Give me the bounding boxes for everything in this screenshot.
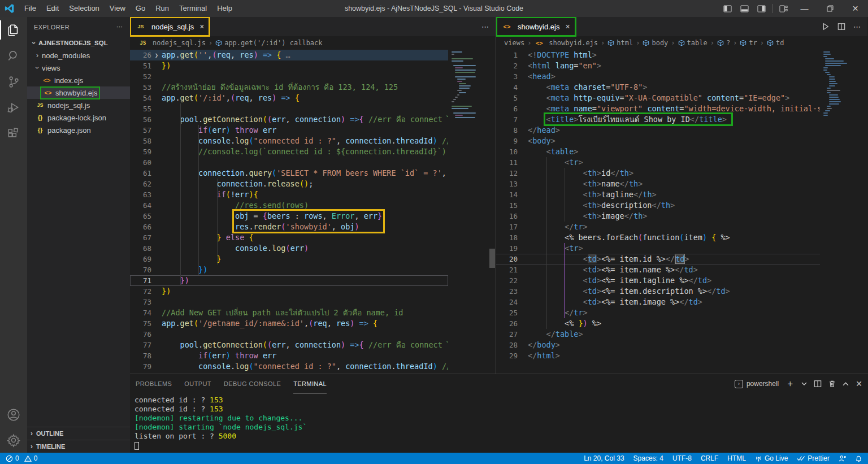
menu-edit[interactable]: Edit (41, 0, 64, 17)
code-line-4[interactable]: 4 <meta charset="UTF-8"> (496, 82, 820, 93)
encoding-item[interactable]: UTF-8 (672, 454, 692, 462)
code-line-26[interactable]: 26 <% }) %> (496, 318, 820, 329)
breadcrumb-item[interactable]: app.get('/:id') callback (215, 39, 322, 47)
code-line-59[interactable]: 59 //console.log(`connected id : ${conne… (130, 146, 448, 157)
minimap-right[interactable] (820, 50, 861, 374)
breadcrumb-left[interactable]: JSnodejs_sql.js›app.get('/:id') callback (130, 36, 496, 50)
editor-more-actions-icon[interactable]: ⋯ (481, 23, 489, 31)
menu-view[interactable]: View (105, 0, 131, 17)
errors-warnings-item[interactable]: 0 0 (6, 454, 37, 462)
explorer-more-icon[interactable]: ⋯ (116, 23, 123, 31)
minimize-button[interactable]: — (792, 0, 817, 17)
panel-tab-debug-console[interactable]: DEBUG CONSOLE (224, 374, 281, 393)
editor-more-actions-icon[interactable]: ⋯ (853, 23, 861, 31)
source-control-icon[interactable] (0, 69, 27, 95)
split-editor-icon[interactable] (837, 23, 845, 31)
code-line-16[interactable]: 16 <th>image</th> (496, 211, 820, 222)
menu-help[interactable]: Help (212, 0, 237, 17)
code-line-51[interactable]: 51}) (130, 60, 448, 71)
code-line-29[interactable]: 29</html> (496, 350, 820, 361)
toggle-secondary-sidebar-icon[interactable] (753, 0, 770, 17)
breadcrumb-right[interactable]: views›<>showbyid.ejs›html›body›table›?›t… (496, 36, 867, 50)
code-line-75[interactable]: 75app.get('/getname_id/:name&:id',(req, … (130, 318, 448, 329)
code-line-73[interactable]: 73 (130, 297, 448, 307)
sidebar-item-index-ejs[interactable]: <>index.ejs (27, 74, 130, 86)
code-line-67[interactable]: 67 } else { (130, 232, 448, 243)
code-line-60[interactable]: 60 (130, 157, 448, 168)
code-line-8[interactable]: 8</head> (496, 125, 820, 136)
customize-layout-icon[interactable] (775, 0, 792, 17)
new-terminal-icon[interactable]: ＋ (785, 378, 795, 390)
code-line-15[interactable]: 15 <th>description</th> (496, 200, 820, 211)
code-line-68[interactable]: 68 console.log(err) (130, 243, 448, 254)
tab-nodejs-sql-js[interactable]: JS nodejs_sql.js × (130, 17, 210, 36)
menu-terminal[interactable]: Terminal (174, 0, 212, 17)
extensions-icon[interactable] (0, 121, 27, 147)
code-line-17[interactable]: 17 </tr> (496, 222, 820, 232)
terminal-output[interactable]: connected id : ? 153connected id : ? 153… (130, 393, 868, 453)
sidebar-item-showbyid-ejs[interactable]: <>showbyid.ejs (27, 86, 130, 99)
code-line-61[interactable]: 61 connection.query('SELECT * FROM beers… (130, 168, 448, 179)
code-line-3[interactable]: 3<head> (496, 71, 820, 82)
code-line-11[interactable]: 11 <tr> (496, 157, 820, 168)
code-line-64[interactable]: 64 //res.send(rows) (130, 200, 448, 211)
code-line-6[interactable]: 6 <meta name="viewport" content="width=d… (496, 103, 820, 114)
code-line-71[interactable]: 71 }) (130, 275, 448, 286)
code-line-62[interactable]: 62 connection.release(); (130, 179, 448, 189)
breadcrumb-item[interactable]: JSnodejs_sql.js (138, 39, 206, 47)
code-line-72[interactable]: 72}) (130, 286, 448, 297)
fold-chevron-icon[interactable]: ❯ (151, 50, 162, 60)
breadcrumb-item[interactable]: html (607, 39, 633, 47)
code-line-74[interactable]: 74//Add New GET เปลี่ยน path และใส่ตัวแป… (130, 307, 448, 318)
close-panel-icon[interactable]: ✕ (856, 379, 862, 388)
code-line-76[interactable]: 76 (130, 329, 448, 340)
menu-go[interactable]: Go (131, 0, 150, 17)
code-line-65[interactable]: 65 obj = {beers : rows, Error, err} (130, 211, 448, 222)
code-line-52[interactable]: 52 (130, 71, 448, 82)
code-line-20[interactable]: 20 <td><%= item.id %></td> (496, 254, 820, 264)
minimap-left[interactable] (448, 50, 489, 374)
kill-terminal-icon[interactable] (828, 380, 836, 388)
run-preview-icon[interactable] (822, 23, 830, 31)
panel-tab-output[interactable]: OUTPUT (184, 374, 211, 393)
code-editor-left[interactable]: 26❯app.get('',(req, res) => { …51})5253/… (130, 50, 448, 374)
prettier-item[interactable]: Prettier (797, 454, 830, 462)
breadcrumb-item[interactable]: table (678, 39, 708, 47)
code-line-24[interactable]: 24 <td><%= item.image %></td> (496, 297, 820, 307)
code-line-18[interactable]: 18 <% beers.forEach(function(item) { %> (496, 232, 820, 243)
language-mode-item[interactable]: HTML (727, 454, 746, 462)
breadcrumb-item[interactable]: td (767, 39, 784, 47)
code-line-69[interactable]: 69 } (130, 254, 448, 264)
code-line-28[interactable]: 28</body> (496, 340, 820, 350)
code-line-7[interactable]: 7 <title>โรงเบียร์ไทยแลนด์ Show by ID</t… (496, 114, 820, 125)
code-line-13[interactable]: 13 <th>name</th> (496, 179, 820, 189)
accounts-icon[interactable] (0, 402, 27, 428)
code-line-19[interactable]: 19 <tr> (496, 243, 820, 254)
code-line-22[interactable]: 22 <td><%= item.tagline %></td> (496, 275, 820, 286)
scrollbar-left[interactable] (489, 50, 496, 374)
breadcrumb-item[interactable]: body (643, 39, 668, 47)
sidebar-item-nodejs-sql-js[interactable]: JSnodejs_sql.js (27, 99, 130, 111)
notifications-bell-icon[interactable] (855, 455, 862, 462)
code-line-53[interactable]: 53//สร้างหน้าย่อย ดึงข้อมูลเฉพาะ id ที่ต… (130, 82, 448, 93)
code-line-77[interactable]: 77 pool.getConnection((err, connection) … (130, 340, 448, 350)
sidebar-item-node-modules[interactable]: ›node_modules (27, 49, 130, 62)
code-line-5[interactable]: 5 <meta http-equiv="X-UA-Compatible" con… (496, 93, 820, 103)
code-line-9[interactable]: 9<body> (496, 136, 820, 146)
code-line-14[interactable]: 14 <th>tagline</th> (496, 189, 820, 200)
code-line-57[interactable]: 57 if(err) throw err (130, 125, 448, 136)
terminal-shell-item[interactable]: › powershell (735, 380, 779, 388)
code-line-79[interactable]: 79 console.log("connected id : ?", conne… (130, 361, 448, 372)
code-line-21[interactable]: 21 <td><%= item.name %></td> (496, 264, 820, 275)
terminal-dropdown-icon[interactable] (801, 381, 807, 387)
code-line-58[interactable]: 58 console.log("connected id : ?", conne… (130, 136, 448, 146)
code-line-56[interactable]: 56 pool.getConnection((err, connection) … (130, 114, 448, 125)
toggle-sidebar-icon[interactable] (719, 0, 736, 17)
menu-file[interactable]: File (19, 0, 41, 17)
search-icon[interactable] (0, 43, 27, 69)
toggle-panel-icon[interactable] (736, 0, 753, 17)
code-line-27[interactable]: 27 </table> (496, 329, 820, 340)
breadcrumb-item[interactable]: <>showbyid.ejs (534, 39, 598, 47)
menu-run[interactable]: Run (150, 0, 174, 17)
sidebar-item-package-json[interactable]: {}package.json (27, 124, 130, 136)
